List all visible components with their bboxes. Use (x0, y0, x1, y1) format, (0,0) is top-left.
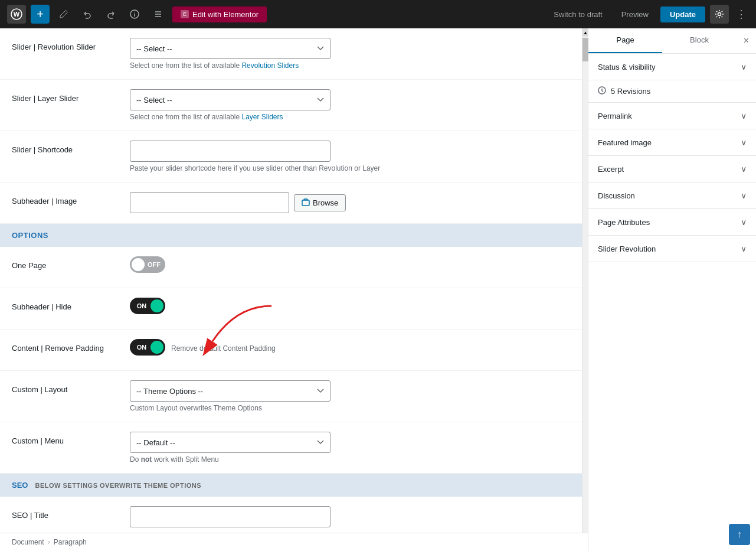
revolution-slider-hint: Select one from the list of available Re… (130, 61, 570, 70)
undo-button[interactable] (78, 5, 97, 24)
content-remove-padding-toggle-knob (150, 341, 163, 354)
one-page-toggle-knob (132, 258, 145, 271)
status-visibility-header[interactable]: Status & visibility ∨ (588, 54, 756, 80)
edit-with-elementor-button[interactable]: E Edit with Elementor (172, 6, 267, 22)
custom-menu-select[interactable]: -- Default -- (130, 432, 330, 453)
scroll-to-top-button[interactable]: ↑ (729, 524, 750, 545)
featured-image-chevron: ∨ (741, 138, 747, 147)
shortcode-label: Slider | Shortcode (12, 141, 130, 154)
custom-layout-hint: Custom Layout overwrites Theme Options (130, 404, 570, 412)
breadcrumb-bar: Document › Paragraph (0, 533, 588, 551)
more-options-button[interactable]: ⋮ (734, 5, 749, 23)
subheader-image-row: Subheader | Image Browse (0, 182, 582, 224)
slider-revolution-title: Slider Revolution (598, 244, 656, 253)
update-button[interactable]: Update (660, 6, 705, 22)
subheader-hide-control: ON (130, 298, 570, 314)
sidebar-section-status-visibility: Status & visibility ∨ (588, 54, 756, 80)
shortcode-control: Paste your slider shortcode here if you … (130, 141, 570, 172)
one-page-toggle-slider: OFF (130, 256, 165, 273)
svg-text:E: E (183, 11, 186, 17)
layer-slider-row: Slider | Layer Slider -- Select -- Selec… (0, 80, 582, 131)
revisions-title: 5 Revisions (611, 87, 650, 96)
excerpt-chevron: ∨ (741, 164, 747, 174)
one-page-row: One Page OFF (0, 247, 582, 288)
switch-to-draft-button[interactable]: Switch to draft (546, 6, 609, 22)
page-attributes-header[interactable]: Page Attributes ∨ (588, 209, 756, 235)
sidebar-section-page-attributes: Page Attributes ∨ (588, 209, 756, 236)
layer-slider-select[interactable]: -- Select -- (130, 89, 330, 110)
breadcrumb-part2: Paragraph (54, 538, 87, 546)
sidebar-tabs: Page Block × (588, 28, 756, 54)
content-remove-padding-label: Content | Remove Padding (12, 339, 130, 353)
custom-layout-control: -- Theme Options -- Custom Layout overwr… (130, 380, 570, 412)
excerpt-header[interactable]: Excerpt ∨ (588, 156, 756, 182)
revolution-slider-control: -- Select -- Select one from the list of… (130, 38, 570, 70)
discussion-chevron: ∨ (741, 191, 747, 200)
permalink-chevron: ∨ (741, 111, 747, 120)
content-wrapper: Slider | Revolution Slider -- Select -- … (0, 28, 582, 551)
slider-revolution-header[interactable]: Slider Revolution ∨ (588, 236, 756, 262)
sidebar-section-excerpt: Excerpt ∨ (588, 156, 756, 182)
shortcode-input[interactable] (130, 141, 330, 162)
svg-rect-6 (302, 200, 309, 206)
add-block-button[interactable]: + (31, 5, 50, 24)
custom-layout-label: Custom | Layout (12, 380, 130, 394)
browse-button[interactable]: Browse (294, 194, 346, 211)
revolution-slider-row: Slider | Revolution Slider -- Select -- … (0, 28, 582, 80)
subheader-hide-toggle-slider: ON (130, 298, 165, 314)
status-visibility-chevron: ∨ (741, 62, 747, 71)
custom-layout-select[interactable]: -- Theme Options -- (130, 380, 330, 402)
tab-page[interactable]: Page (588, 28, 662, 53)
custom-layout-row: Custom | Layout -- Theme Options -- Cust… (0, 371, 582, 422)
svg-point-5 (718, 13, 721, 16)
featured-image-header[interactable]: Featured image ∨ (588, 129, 756, 155)
layer-sliders-link[interactable]: Layer Sliders (241, 113, 283, 121)
subheader-hide-toggle-knob (150, 299, 163, 312)
permalink-header[interactable]: Permalink ∨ (588, 103, 756, 129)
layer-slider-control: -- Select -- Select one from the list of… (130, 89, 570, 121)
one-page-toggle[interactable]: OFF (130, 256, 165, 273)
content-remove-padding-hint: Remove default Content Padding (171, 344, 276, 353)
seo-title-input[interactable] (130, 506, 330, 527)
shortcode-hint: Paste your slider shortcode here if you … (130, 164, 570, 172)
list-view-button[interactable] (149, 5, 168, 24)
sidebar-section-featured-image: Featured image ∨ (588, 129, 756, 156)
breadcrumb-separator: › (48, 538, 50, 546)
revolution-sliders-link[interactable]: Revolution Sliders (241, 61, 299, 70)
one-page-toggle-wrapper: OFF (130, 256, 570, 273)
info-button[interactable] (125, 5, 144, 24)
options-header: OPTIONS (0, 224, 582, 247)
subheader-image-input[interactable] (130, 192, 289, 213)
scroll-up-button[interactable]: ▲ (582, 28, 588, 37)
slider-revolution-chevron: ∨ (741, 244, 747, 253)
edit-tool-button[interactable] (54, 5, 73, 24)
page-attributes-title: Page Attributes (598, 218, 650, 227)
main-scrollbar: ▲ ▼ (582, 28, 588, 551)
tab-block[interactable]: Block (662, 28, 736, 53)
layer-slider-label: Slider | Layer Slider (12, 89, 130, 103)
subheader-hide-toggle-wrapper: ON (130, 298, 570, 314)
seo-header: SEO BELOW SETTINGS OVERWRITE THEME OPTIO… (0, 474, 582, 497)
preview-button[interactable]: Preview (614, 6, 656, 22)
svg-text:W: W (14, 11, 20, 18)
content-remove-padding-toggle-slider: ON (130, 339, 165, 356)
subheader-hide-toggle[interactable]: ON (130, 298, 165, 314)
main-layout: Slider | Revolution Slider -- Select -- … (0, 28, 756, 551)
excerpt-title: Excerpt (598, 165, 624, 174)
settings-gear-button[interactable] (710, 5, 729, 24)
redo-button[interactable] (102, 5, 120, 24)
one-page-label: One Page (12, 256, 130, 270)
subheader-image-control: Browse (130, 192, 570, 213)
content-remove-padding-toggle[interactable]: ON (130, 339, 165, 356)
seo-title-label: SEO | Title (12, 506, 130, 520)
discussion-header[interactable]: Discussion ∨ (588, 182, 756, 208)
revisions-row[interactable]: 5 Revisions (588, 80, 756, 102)
sidebar-close-button[interactable]: × (737, 28, 756, 53)
subheader-hide-row: Subheader | Hide ON (0, 288, 582, 330)
revolution-slider-select[interactable]: -- Select -- (130, 38, 330, 59)
page-attributes-chevron: ∨ (741, 217, 747, 227)
seo-title-control (130, 506, 570, 527)
sidebar-section-slider-revolution: Slider Revolution ∨ (588, 236, 756, 262)
scroll-thumb (582, 38, 588, 61)
breadcrumb-part1: Document (12, 538, 44, 546)
